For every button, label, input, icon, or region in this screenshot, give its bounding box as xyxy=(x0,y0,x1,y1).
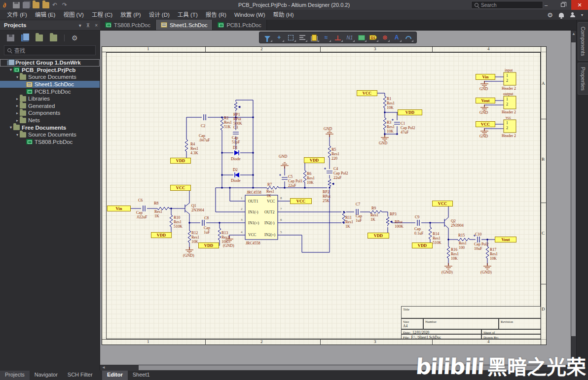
tree-expand-icon[interactable]: ▸ xyxy=(15,111,20,115)
doc-tab-pcb1.pcbdoc[interactable]: PCB1.PcbDoc xyxy=(213,20,266,30)
restore-button[interactable] xyxy=(554,0,571,10)
tree-item-source-documents[interactable]: ▾Source Documents xyxy=(0,131,100,138)
undo-icon[interactable]: ↶ xyxy=(52,2,59,8)
doc-tab-sheet1.schdoc[interactable]: Sheet1.SchDoc xyxy=(156,20,213,30)
folder-icon xyxy=(20,110,26,116)
menu-item-8[interactable]: Window (W) xyxy=(230,10,269,20)
sch-document-icon xyxy=(161,22,167,28)
search-icon xyxy=(475,3,478,7)
vertical-scrollbar[interactable]: ▲ ▼ xyxy=(571,31,576,365)
open-folder-icon[interactable] xyxy=(33,2,39,8)
horizontal-scrollbar-thumb[interactable] xyxy=(139,365,539,370)
tab-sheet1[interactable]: Sheet1 xyxy=(128,371,155,380)
wires xyxy=(131,77,504,265)
tree-expand-icon[interactable]: ▸ xyxy=(15,104,20,108)
save-project-icon[interactable] xyxy=(7,35,14,41)
open-project-icon[interactable] xyxy=(42,2,49,8)
doc-tab-ts808.pcbdoc[interactable]: TS808.PcbDoc xyxy=(100,20,156,30)
tree-item-pcb-project-prjpcb[interactable]: ▾PCB_Project.PrjPcb xyxy=(0,67,100,74)
connector-input-body xyxy=(504,72,516,85)
project-icon xyxy=(13,67,20,72)
menu-item-3[interactable]: 工程 (C) xyxy=(88,10,116,20)
tree-expand-icon[interactable]: ▾ xyxy=(15,75,20,79)
panel-tab-projects[interactable]: Projects xyxy=(0,371,30,380)
active-bar-toolbar: +≈N1D1⊗A xyxy=(259,32,417,43)
tree-item-free-documents[interactable]: ▾Free Documents xyxy=(0,124,100,131)
projects-search-input[interactable]: 查找 xyxy=(4,45,96,55)
save-icon[interactable] xyxy=(13,2,20,8)
project-options-folder-icon[interactable] xyxy=(50,35,57,41)
folder-icon xyxy=(20,103,26,108)
menu-item-2[interactable]: 视图 (V) xyxy=(59,10,88,20)
tree-item-components[interactable]: ▸Components xyxy=(0,109,100,117)
tree-expand-icon[interactable]: ▾ xyxy=(8,68,13,72)
panel-pin-icon[interactable]: ⊼ xyxy=(84,23,92,28)
schematic-drawing[interactable] xyxy=(100,31,571,365)
close-button[interactable]: ✕ xyxy=(571,0,588,10)
tree-expand-icon[interactable]: ▸ xyxy=(15,97,20,101)
panel-dropdown-icon[interactable]: ▾ xyxy=(76,23,84,28)
tree-expand-icon[interactable]: ▾ xyxy=(8,125,13,130)
sheet-symbol-tool-icon[interactable] xyxy=(356,33,367,42)
menu-item-4[interactable]: 放置 (P) xyxy=(116,10,145,20)
align-tool-icon[interactable] xyxy=(297,33,308,42)
tab-editor[interactable]: Editor xyxy=(102,371,128,380)
power-port-tool-icon[interactable] xyxy=(332,33,343,42)
menu-item-7[interactable]: 报告 (R) xyxy=(202,10,230,20)
projects-panel-header: Projects ▾ ⊼ × xyxy=(0,20,100,31)
projects-panel-toolbar: ⚙ xyxy=(0,31,100,44)
right-panel-strip: Components Properties xyxy=(576,20,588,371)
tree-item-ts808-pcbdoc[interactable]: TS808.PcbDoc xyxy=(0,138,100,146)
document-tab-bar: TS808.PcbDocSheet1.SchDocPCB1.PcbDoc xyxy=(100,20,576,31)
tree-item-nets[interactable]: ▸Nets xyxy=(0,117,100,124)
horizontal-scrollbar[interactable]: ◄ xyxy=(100,365,571,371)
tree-item-generated[interactable]: ▸Generated xyxy=(0,103,100,110)
projects-panel: ⚙ 查找 Project Group 1.DsnWrk▾PCB_Project.… xyxy=(0,31,100,371)
port-tool-icon[interactable]: D1 xyxy=(368,33,379,42)
user-account-icon[interactable] xyxy=(570,12,575,18)
vertical-scrollbar-thumb[interactable] xyxy=(571,42,576,336)
tree-expand-icon[interactable]: ▾ xyxy=(15,133,20,137)
arc-tool-icon[interactable] xyxy=(403,33,414,42)
place-part-tool-icon[interactable] xyxy=(309,33,320,42)
tree-item-sheet1-schdoc[interactable]: Sheet1.SchDoc xyxy=(0,81,100,88)
schematic-editor-canvas[interactable]: Title Size A4 Number Revision Date: 12/0… xyxy=(100,31,571,365)
menu-item-6[interactable]: 工具 (T) xyxy=(174,10,202,20)
select-tool-icon[interactable] xyxy=(286,33,296,42)
no-erc-tool-icon[interactable]: ⊗ xyxy=(379,33,390,42)
save-all-icon[interactable] xyxy=(23,2,30,8)
menu-item-1[interactable]: 编辑 (E) xyxy=(31,10,60,20)
global-search-input[interactable]: Search xyxy=(471,1,543,9)
altium-designer-window: ∂ ↶ ↷ PCB_Project.PrjPcb - Altium Design… xyxy=(0,0,588,380)
menu-item-0[interactable]: 文件 (F) xyxy=(3,10,31,20)
tree-item-project-group-1-dsnwrk[interactable]: Project Group 1.DsnWrk xyxy=(0,59,100,67)
folder-icon xyxy=(13,125,20,130)
settings-gear-icon[interactable]: ⚙ xyxy=(547,11,553,19)
panel-tab-navigator[interactable]: Navigator xyxy=(30,371,63,380)
menu-item-5[interactable]: 设计 (D) xyxy=(145,10,174,20)
tree-expand-icon[interactable]: ▸ xyxy=(15,118,20,123)
notifications-bell-icon[interactable] xyxy=(559,13,564,17)
tree-item-libraries[interactable]: ▸Libraries xyxy=(0,95,100,103)
tree-item-pcb1-pcbdoc[interactable]: PCB1.PcbDoc xyxy=(0,88,100,95)
group-icon xyxy=(7,60,13,66)
panel-close-icon[interactable]: × xyxy=(92,23,100,28)
pcb-icon xyxy=(26,89,33,94)
tree-item-source-documents[interactable]: ▾Source Documents xyxy=(0,73,100,81)
compile-documents-icon[interactable] xyxy=(21,35,29,41)
text-tool-icon[interactable]: A xyxy=(391,33,402,42)
tab-components[interactable]: Components xyxy=(578,22,588,61)
menu-item-9[interactable]: 帮助 (H) xyxy=(269,10,298,20)
panel-tab-sch-filter[interactable]: SCH Filter xyxy=(63,371,98,380)
redo-icon[interactable]: ↷ xyxy=(62,2,69,8)
move-tool-icon[interactable]: + xyxy=(274,33,285,42)
panel-settings-gear-icon[interactable]: ⚙ xyxy=(72,35,78,41)
tab-properties[interactable]: Properties xyxy=(578,63,588,95)
pcb-document-icon xyxy=(218,22,224,28)
user-menu-chevron-icon[interactable]: ▾ xyxy=(581,13,583,17)
filter-tool-icon[interactable] xyxy=(262,33,273,42)
net-label-tool-icon[interactable]: N1 xyxy=(344,33,355,42)
explore-folder-icon[interactable] xyxy=(36,35,43,41)
place-wire-tool-icon[interactable]: ≈ xyxy=(321,33,331,42)
minimize-button[interactable]: – xyxy=(538,0,554,10)
